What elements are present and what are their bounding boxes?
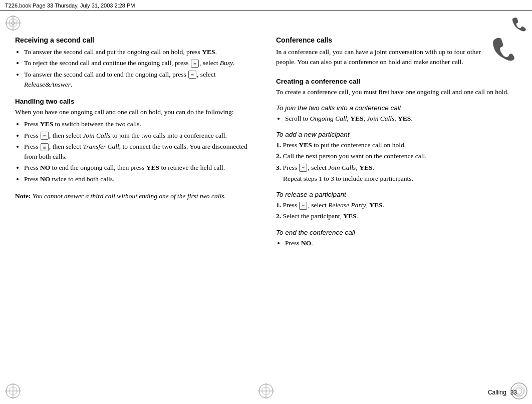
add-participant-title: To add a new participant [276, 131, 517, 138]
menu-button-icon [191, 60, 199, 68]
creating-conf-intro: To create a conference call, you must fi… [276, 87, 517, 97]
end-conference-item1: Press NO. [285, 238, 517, 248]
add-participant-item1: 1. Press YES to put the conference call … [276, 140, 517, 150]
section2-item4: Press NO to end the ongoing call, then p… [24, 163, 256, 173]
section1-title: Receiving a second call [15, 36, 256, 44]
corner-tr [510, 14, 528, 32]
release-participant-item2: 2. Select the participant, YES. [276, 211, 517, 221]
header-text: T226.book Page 33 Thursday, July 31, 200… [5, 3, 135, 9]
section1-list: To answer the second call and put the on… [24, 47, 256, 90]
corner-bc [257, 382, 275, 400]
menu-button-icon6 [299, 202, 307, 210]
footer-label: Calling [488, 389, 506, 396]
end-conference-list: Press NO. [285, 238, 517, 248]
note-box: Note: You cannot answer a third call wit… [15, 191, 256, 201]
join-calls-title: To join the two calls into a conference … [276, 104, 517, 112]
section2-list: Press YES to switch between the two call… [24, 119, 256, 184]
menu-button-icon4 [41, 143, 49, 151]
join-calls-item1: Scroll to Ongoing Call, YES, Join Calls,… [285, 114, 517, 124]
section2-item1: Press YES to switch between the two call… [24, 119, 256, 129]
end-conference-title: To end the conference call [276, 229, 517, 236]
corner-bl [4, 382, 22, 400]
conference-title: Conference calls [276, 36, 485, 44]
note-text: You cannot answer a third call without e… [33, 192, 226, 200]
section2-intro: When you have one ongoing call and one c… [15, 107, 256, 117]
section2-item3: Press , then select Transfer Call, to co… [24, 142, 256, 162]
release-participant-list: 1. Press , select Release Party, YES. 2.… [276, 200, 517, 222]
menu-button-icon2 [188, 71, 196, 79]
section1-item2: To reject the second call and continue t… [24, 58, 256, 68]
creating-conf-title: Creating a conference call [276, 78, 517, 85]
note-label: Note: [15, 192, 31, 200]
section1-item1: To answer the second call and put the on… [24, 47, 256, 57]
add-participant-item2: 2. Call the next person you want on the … [276, 151, 517, 161]
release-participant-title: To release a participant [276, 191, 517, 198]
add-participant-item4: Repeat steps 1 to 3 to include more part… [276, 174, 517, 184]
conference-header: Conference calls In a conference call, y… [276, 36, 517, 70]
corner-tl [4, 14, 22, 32]
header-bar: T226.book Page 33 Thursday, July 31, 200… [0, 0, 532, 11]
section2-item2: Press , then select Join Calls to join t… [24, 131, 256, 141]
add-participant-list: 1. Press YES to put the conference call … [276, 140, 517, 184]
right-column: Conference calls In a conference call, y… [271, 36, 517, 389]
section2-item5: Press NO twice to end both calls. [24, 174, 256, 184]
menu-button-icon3 [41, 132, 49, 140]
section2-title: Handling two calls [15, 98, 256, 105]
release-participant-item1: 1. Press , select Release Party, YES. [276, 200, 517, 210]
content-area: Receiving a second call To answer the se… [0, 11, 532, 404]
footer-page: 33 [510, 389, 517, 396]
conference-intro: In a conference call, you can have a joi… [276, 47, 485, 68]
phone-icon-large [491, 36, 517, 64]
add-participant-item3: 3. Press , select Join Calls, YES. [276, 163, 517, 173]
menu-button-icon5 [299, 164, 307, 172]
footer: Calling 33 [488, 389, 517, 396]
left-column: Receiving a second call To answer the se… [15, 36, 261, 389]
section1-item3: To answer the second call and to end the… [24, 70, 256, 90]
join-calls-list: Scroll to Ongoing Call, YES, Join Calls,… [285, 114, 517, 124]
